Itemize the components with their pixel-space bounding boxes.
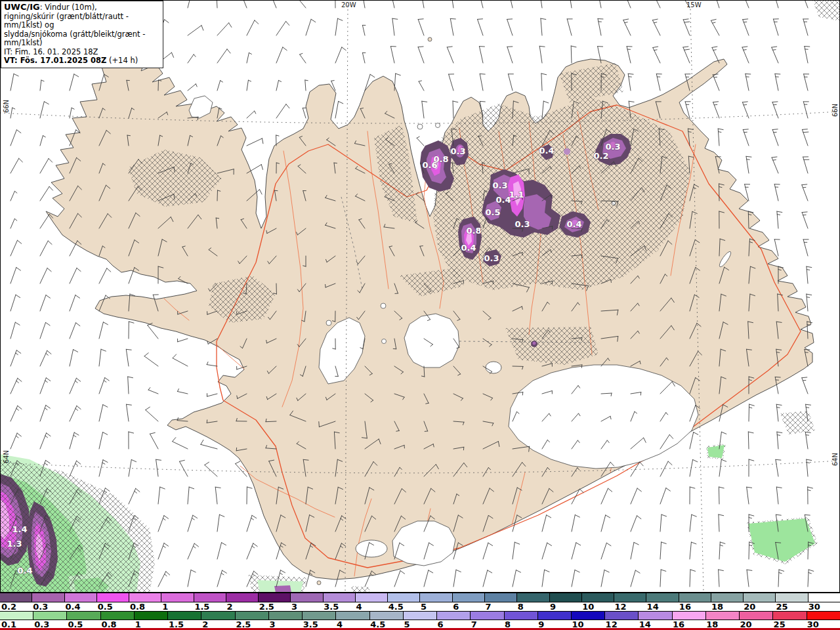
rain-scale-segment xyxy=(32,593,64,602)
snow-scale-labels: 0.10.30.50.811.522.533.544.5567891012141… xyxy=(0,620,840,628)
snow-scale-segment xyxy=(604,612,638,620)
rain-scale-segment xyxy=(129,593,161,602)
precip-value-label: 1.1 xyxy=(509,190,524,200)
snow-scale-segment xyxy=(739,612,772,620)
snow-scale-segment xyxy=(268,612,302,620)
rain-scale-tick-label: 14 xyxy=(647,602,659,612)
rain-scale-tick-label: 0.2 xyxy=(1,602,16,612)
precip-value-label: 1.3 xyxy=(7,539,22,549)
glacier-eyjafjallajokull xyxy=(356,540,387,557)
parallel-label: 64N xyxy=(831,453,839,466)
product-code: UWC/IG xyxy=(4,2,40,12)
snow-scale-segment xyxy=(201,612,234,620)
meridian-label: 20W xyxy=(341,1,356,9)
rain-scale-tick-label: 0.4 xyxy=(65,602,80,612)
rain-scale-segment xyxy=(258,593,290,602)
snow-scale-segment xyxy=(369,612,403,620)
rain-scale-tick-label: 2.5 xyxy=(259,602,274,612)
rain-scale-tick-label: 16 xyxy=(679,602,691,612)
rain-scale-tick-label: 18 xyxy=(711,602,723,612)
rain-scale-segment xyxy=(743,593,775,602)
weather-map-page: { "header": { "product": "UWC/IG", "line… xyxy=(0,0,840,630)
precip-value-label: 0.4 xyxy=(461,243,476,253)
snow-scale-segment xyxy=(638,612,671,620)
rain-scale-segment xyxy=(646,593,678,602)
rain-scale-segment xyxy=(775,593,807,602)
rain-scale-tick-label: 5 xyxy=(421,602,427,612)
rain-scale-colors xyxy=(0,593,840,602)
rain-scale-tick-label: 30 xyxy=(808,602,820,612)
iceland-weather-map: 20W 15W 66N 66N 64N 64N 0.30.80.60.40.30… xyxy=(0,0,840,593)
rain-scale-segment xyxy=(96,593,129,602)
legend-colorbars: 0.20.30.40.50.811.522.533.544.5567891012… xyxy=(0,593,840,628)
rain-scale-tick-label: 0.5 xyxy=(98,602,113,612)
meridian-label: 15W xyxy=(686,1,702,9)
snow-scale-segment xyxy=(705,612,739,620)
rain-scale-tick-label: 3.5 xyxy=(324,602,339,612)
rain-scale-segment xyxy=(226,593,258,602)
rain-scale-segment xyxy=(419,593,452,602)
precip-value-label: 0.4 xyxy=(495,195,511,205)
rain-scale-tick-label: 25 xyxy=(776,602,788,612)
rain-scale-segment xyxy=(679,593,711,602)
rain-scale-segment xyxy=(194,593,226,602)
rain-scale-tick-label: 1.5 xyxy=(194,602,209,612)
rain-scale-segment xyxy=(549,593,581,602)
rain-scale-tick-label: 6 xyxy=(453,602,459,612)
rain-scale-segment xyxy=(452,593,484,602)
parallel-label: 64N xyxy=(3,450,10,463)
precip-value-label: 0.3 xyxy=(605,142,620,152)
rain-scale-tick-label: 4.5 xyxy=(388,602,404,612)
precip-value-label: 0.3 xyxy=(514,219,530,229)
snow-scale-segment xyxy=(672,612,705,620)
precip-value-label: 0.3 xyxy=(492,180,507,190)
precip-value-label: 0.8 xyxy=(466,226,481,236)
rain-scale-segment xyxy=(581,593,614,602)
rain-scale-segment xyxy=(516,593,549,602)
rain-scale-tick-label: 1 xyxy=(162,602,168,612)
snow-scale-segment xyxy=(470,612,503,620)
parallel-label: 66N xyxy=(3,100,10,113)
snow-scale-segment xyxy=(436,612,470,620)
rain-scale-tick-label: 12 xyxy=(614,602,626,612)
snow-scale-segment xyxy=(100,612,134,620)
rain-scale-segment xyxy=(161,593,193,602)
precip-value-label: 0.4 xyxy=(17,566,32,576)
snow-scale-segment xyxy=(235,612,268,620)
parallel-label: 66N xyxy=(831,104,839,117)
snow-scale-segment xyxy=(66,612,100,620)
rain-scale-tick-label: 7 xyxy=(485,602,491,612)
snow-scale-segment xyxy=(571,612,604,620)
snow-scale-segment xyxy=(772,612,806,620)
rain-scale-segment xyxy=(64,593,96,602)
island-grimsey xyxy=(428,37,432,41)
island-vestmannaeyjar xyxy=(317,581,321,585)
snow-scale-segment xyxy=(403,612,436,620)
precip-value-label: 0.4 xyxy=(539,146,554,156)
precip-value-label: 0.2 xyxy=(593,151,608,161)
rain-scale-labels: 0.20.30.40.50.811.522.533.544.5567891012… xyxy=(0,602,840,611)
snow-scale-segment xyxy=(134,612,167,620)
title-box: UWC/IG: Vindur (10m), rigning/skúrir (gr… xyxy=(1,1,163,68)
title-line-3: slydda/snjókoma (grátt/bleikt/grænt - mm… xyxy=(4,30,160,48)
glacier-tungnafellsjokull xyxy=(486,362,501,373)
precip-value-label: 0.5 xyxy=(485,207,500,217)
title-line-1: UWC/IG: Vindur (10m), xyxy=(4,3,160,12)
precip-value-label: 1.4 xyxy=(12,524,27,534)
snow-scale-segment xyxy=(302,612,335,620)
precip-value-label: 0.4 xyxy=(566,219,581,229)
rain-scale-segment xyxy=(484,593,516,602)
rain-scale-segment xyxy=(808,593,840,602)
rain-scale-segment xyxy=(711,593,743,602)
snow-scale-segment xyxy=(0,612,33,620)
title-line-2: rigning/skúrir (grænt/blátt/rautt - mm/1… xyxy=(4,12,160,30)
rain-scale-segment xyxy=(290,593,322,602)
rain-scale-segment xyxy=(323,593,355,602)
precip-value-label: 0.3 xyxy=(450,146,465,156)
rain-scale-tick-label: 3 xyxy=(291,602,297,612)
precip-value-label: 0.6 xyxy=(422,160,437,170)
snow-scale-segment xyxy=(807,612,840,620)
init-time: IT: Fim. 16. 01. 2025 18Z xyxy=(4,48,160,57)
snow-scale-segment xyxy=(167,612,201,620)
snow-scale-segment xyxy=(33,612,66,620)
